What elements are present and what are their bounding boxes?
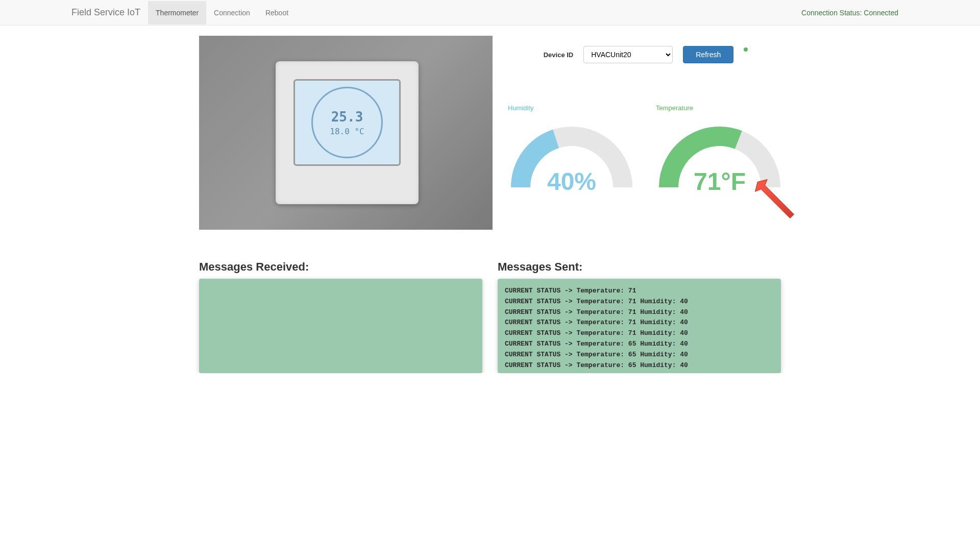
device-id-label: Device ID xyxy=(544,51,574,59)
top-row: 25.3 18.0 °C Device ID HVACUnit20 Refres… xyxy=(199,36,781,230)
humidity-gauge: Humidity 40% xyxy=(508,104,635,192)
log-line: CURRENT STATUS -> Temperature: 65 Humidi… xyxy=(505,360,774,371)
tab-reboot[interactable]: Reboot xyxy=(258,1,296,25)
controls-column: Device ID HVACUnit20 Refresh Humidity 40… xyxy=(508,36,783,230)
nav-tabs: Thermometer Connection Reboot xyxy=(148,1,296,25)
thermostat-screen: 25.3 18.0 °C xyxy=(293,79,401,166)
tab-connection[interactable]: Connection xyxy=(206,1,258,25)
messages-sent-box[interactable]: CURRENT STATUS -> Temperature: 71CURRENT… xyxy=(498,279,781,373)
tab-thermometer[interactable]: Thermometer xyxy=(148,1,206,25)
status-indicator-dot xyxy=(744,47,748,52)
thermostat-circle: 25.3 18.0 °C xyxy=(311,87,383,158)
log-line: CURRENT STATUS -> Temperature: 71 Humidi… xyxy=(505,328,774,339)
messages-sent-heading: Messages Sent: xyxy=(498,260,781,274)
temperature-title: Temperature xyxy=(656,104,783,112)
humidity-title: Humidity xyxy=(508,104,635,112)
temperature-value-text: 71°F xyxy=(694,168,746,192)
thermostat-photo: 25.3 18.0 °C xyxy=(199,36,493,230)
log-line: CURRENT STATUS -> Temperature: 71 Humidi… xyxy=(505,318,774,328)
main-container: 25.3 18.0 °C Device ID HVACUnit20 Refres… xyxy=(191,26,789,373)
messages-sent-col: Messages Sent: CURRENT STATUS -> Tempera… xyxy=(498,260,781,373)
log-line: CURRENT STATUS -> Temperature: 71 Humidi… xyxy=(505,307,774,318)
navbar-left: Field Service IoT Thermometer Connection… xyxy=(10,1,296,25)
log-line: CURRENT STATUS -> Temperature: 65 Humidi… xyxy=(505,339,774,350)
log-line: CURRENT STATUS -> Temperature: 65 Humidi… xyxy=(505,350,774,360)
temperature-gauge: Temperature 71°F xyxy=(656,104,783,192)
thermostat-secondary-temp: 18.0 °C xyxy=(330,127,364,136)
connection-status: Connection Status: Connected xyxy=(801,9,898,17)
messages-received-col: Messages Received: xyxy=(199,260,482,373)
gauges-row: Humidity 40% Temperature 71°F xyxy=(508,104,783,192)
messages-row: Messages Received: Messages Sent: CURREN… xyxy=(199,260,781,373)
humidity-value-text: 40% xyxy=(547,168,596,192)
app-brand: Field Service IoT xyxy=(71,7,148,18)
messages-received-box[interactable] xyxy=(199,279,482,373)
thermostat-primary-temp: 25.3 xyxy=(331,109,363,125)
humidity-gauge-svg: 40% xyxy=(508,116,635,192)
arrow-annotation-icon xyxy=(750,175,799,223)
device-id-select[interactable]: HVACUnit20 xyxy=(583,46,673,63)
log-line: CURRENT STATUS -> Temperature: 71 xyxy=(505,286,774,297)
refresh-button[interactable]: Refresh xyxy=(683,46,733,63)
thermostat-device-illustration: 25.3 18.0 °C xyxy=(276,61,419,204)
log-line: CURRENT STATUS -> Temperature: 71 Humidi… xyxy=(505,297,774,307)
device-controls: Device ID HVACUnit20 Refresh xyxy=(508,46,783,63)
image-column: 25.3 18.0 °C xyxy=(199,36,493,230)
messages-received-heading: Messages Received: xyxy=(199,260,482,274)
navbar: Field Service IoT Thermometer Connection… xyxy=(0,0,980,26)
